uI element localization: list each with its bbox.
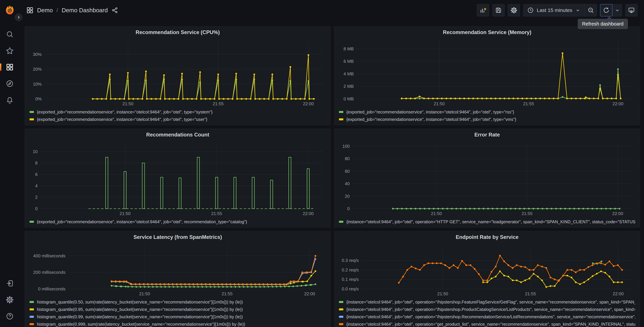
add-panel-button[interactable] bbox=[477, 4, 489, 16]
legend-swatch[interactable] bbox=[339, 323, 343, 325]
legend-label[interactable]: histogram_quantile(0.50, sum(rate(latenc… bbox=[37, 300, 243, 304]
svg-text:20: 20 bbox=[345, 194, 350, 199]
chart-canvas[interactable]: 21:5021:5522:000.0 req/s0.1 req/s0.2 req… bbox=[337, 242, 637, 298]
refresh-dashboard-button[interactable] bbox=[600, 4, 612, 16]
svg-text:200 milliseconds: 200 milliseconds bbox=[33, 270, 66, 275]
chart-canvas[interactable]: 21:5021:5522:000%10%20%30% bbox=[28, 37, 328, 108]
legend-swatch[interactable] bbox=[30, 118, 34, 120]
legend-label[interactable]: {instance="otelcol:9464", job="otel", op… bbox=[346, 322, 635, 327]
svg-text:100: 100 bbox=[342, 144, 350, 149]
legend-label[interactable]: {exported_job="recommendationservice", i… bbox=[37, 220, 247, 224]
svg-text:10: 10 bbox=[33, 149, 38, 154]
svg-text:80: 80 bbox=[345, 156, 350, 161]
svg-text:21:50: 21:50 bbox=[437, 291, 448, 296]
legend-item: {exported_job="recommendationservice", i… bbox=[30, 218, 326, 226]
legend-label[interactable]: histogram_quantile(0.95, sum(rate(latenc… bbox=[37, 307, 243, 312]
bell-icon bbox=[6, 96, 14, 104]
legend-label[interactable]: histogram_quantile(0.999, sum(rate(laten… bbox=[37, 322, 245, 327]
svg-text:40: 40 bbox=[345, 181, 350, 186]
svg-text:21:55: 21:55 bbox=[523, 101, 534, 106]
legend-label[interactable]: {exported_job="recommendationservice", i… bbox=[37, 110, 212, 114]
legend-swatch[interactable] bbox=[339, 301, 343, 303]
legend-item: {instance="otelcol:9464", job="otel", op… bbox=[339, 320, 635, 327]
svg-text:0 MB: 0 MB bbox=[344, 96, 354, 102]
svg-text:400 milliseconds: 400 milliseconds bbox=[33, 253, 66, 258]
chart-canvas[interactable]: 21:5021:5522:000 milliseconds200 millise… bbox=[28, 242, 328, 298]
svg-text:21:50: 21:50 bbox=[122, 101, 133, 106]
legend-label[interactable]: histogram_quantile(0.99, sum(rate(latenc… bbox=[37, 314, 243, 319]
monitor-icon bbox=[628, 7, 635, 14]
sidebar-item-dashboards[interactable] bbox=[4, 63, 15, 71]
legend-swatch[interactable] bbox=[30, 308, 34, 310]
panel-title[interactable]: Service Latency (from SpanMetrics) bbox=[28, 232, 328, 242]
legend-swatch[interactable] bbox=[339, 316, 343, 318]
legend-item: {instance="otelcol:9464", job="otel", op… bbox=[339, 306, 635, 313]
legend-label[interactable]: {instance="otelcol:9464", job="otel", op… bbox=[346, 314, 635, 319]
sidebar-item-configuration[interactable] bbox=[4, 296, 15, 304]
dashboards-grid-icon bbox=[26, 7, 34, 14]
sidebar-item-search[interactable] bbox=[4, 30, 15, 38]
clock-icon bbox=[527, 7, 534, 14]
panel-title[interactable]: Recommendation Service (Memory) bbox=[337, 28, 637, 37]
legend-swatch[interactable] bbox=[30, 301, 34, 303]
time-range-picker[interactable]: Last 15 minutes bbox=[523, 4, 584, 16]
share-icon[interactable] bbox=[112, 7, 118, 14]
legend-item: {instance="otelcol:9464", job="otel", op… bbox=[339, 298, 635, 306]
panel-title[interactable]: Recommendations Count bbox=[28, 130, 328, 140]
legend-item: histogram_quantile(0.999, sum(rate(laten… bbox=[30, 320, 326, 327]
legend-label[interactable]: {exported_job="recommendationservice", i… bbox=[346, 117, 516, 122]
refresh-tooltip: Refresh dashboard bbox=[578, 19, 628, 29]
save-dashboard-button[interactable] bbox=[492, 4, 505, 16]
legend-swatch[interactable] bbox=[30, 221, 34, 223]
zoom-out-button[interactable] bbox=[584, 4, 597, 16]
legend-swatch[interactable] bbox=[339, 111, 343, 113]
legend-item: {instance="otelcol:9464", job="otel", op… bbox=[339, 218, 635, 226]
svg-text:60: 60 bbox=[345, 169, 350, 174]
panel-latency: Service Latency (from SpanMetrics)21:502… bbox=[25, 231, 331, 327]
legend-swatch[interactable] bbox=[30, 111, 34, 113]
cycle-view-mode-button[interactable] bbox=[625, 4, 638, 16]
sidebar-expand-button[interactable] bbox=[15, 14, 22, 21]
svg-text:21:55: 21:55 bbox=[213, 101, 224, 106]
svg-text:22:00: 22:00 bbox=[303, 101, 314, 106]
dashboard-settings-button[interactable] bbox=[508, 4, 520, 16]
legend-item: {exported_job="recommendationservice", i… bbox=[30, 108, 326, 116]
zoom-out-icon bbox=[588, 7, 594, 14]
svg-text:21:50: 21:50 bbox=[431, 211, 442, 216]
panel-title[interactable]: Endpoint Rate by Service bbox=[337, 232, 637, 242]
refresh-interval-button[interactable] bbox=[612, 4, 622, 16]
sidebar-item-help[interactable] bbox=[4, 312, 15, 320]
legend-item: {exported_job="recommendationservice", i… bbox=[339, 116, 635, 123]
legend-label[interactable]: {instance="otelcol:9464", job="otel", op… bbox=[346, 307, 635, 312]
legend-swatch[interactable] bbox=[30, 323, 34, 325]
grafana-logo[interactable] bbox=[4, 5, 15, 16]
breadcrumb: Demo / Demo Dashboard bbox=[26, 7, 118, 14]
chart-canvas[interactable]: 21:5021:5522:000 MB2 MB4 MB6 MB8 MB bbox=[337, 37, 637, 108]
legend-label[interactable]: {exported_job="recommendationservice", i… bbox=[346, 110, 514, 114]
svg-text:8 MB: 8 MB bbox=[344, 46, 354, 51]
chart-canvas[interactable]: 21:5021:5522:00020406080100 bbox=[337, 140, 637, 218]
svg-text:21:50: 21:50 bbox=[139, 291, 150, 296]
legend-swatch[interactable] bbox=[339, 221, 343, 223]
sidebar-item-alerting[interactable] bbox=[4, 96, 15, 104]
svg-text:10%: 10% bbox=[33, 82, 42, 86]
legend-swatch[interactable] bbox=[339, 308, 343, 310]
sidebar-item-explore[interactable] bbox=[4, 80, 15, 88]
chart-canvas[interactable]: 21:5021:5522:000246810 bbox=[28, 140, 328, 218]
panel-endpoint-rate: Endpoint Rate by Service21:5021:5522:000… bbox=[334, 231, 640, 327]
legend-label[interactable]: {instance="otelcol:9464", job="otel", op… bbox=[346, 300, 635, 304]
panel-title[interactable]: Error Rate bbox=[337, 130, 637, 140]
top-navigation: Demo / Demo Dashboard Last 15 minutes bbox=[19, 0, 644, 20]
breadcrumb-section[interactable]: Demo bbox=[37, 7, 53, 14]
breadcrumb-page-title[interactable]: Demo Dashboard bbox=[62, 7, 108, 14]
sidebar-item-sign-in[interactable] bbox=[4, 279, 15, 288]
sidebar-item-starred[interactable] bbox=[4, 47, 15, 55]
save-icon bbox=[495, 7, 502, 14]
refresh-icon bbox=[603, 7, 610, 14]
svg-text:0: 0 bbox=[347, 206, 350, 211]
legend-label[interactable]: {exported_job="recommendationservice", i… bbox=[37, 117, 207, 122]
legend-swatch[interactable] bbox=[30, 316, 34, 318]
legend-swatch[interactable] bbox=[339, 118, 343, 120]
legend-label[interactable]: {instance="otelcol:9464", job="otel", op… bbox=[346, 220, 635, 224]
panel-title[interactable]: Recommendation Service (CPU%) bbox=[28, 28, 328, 37]
